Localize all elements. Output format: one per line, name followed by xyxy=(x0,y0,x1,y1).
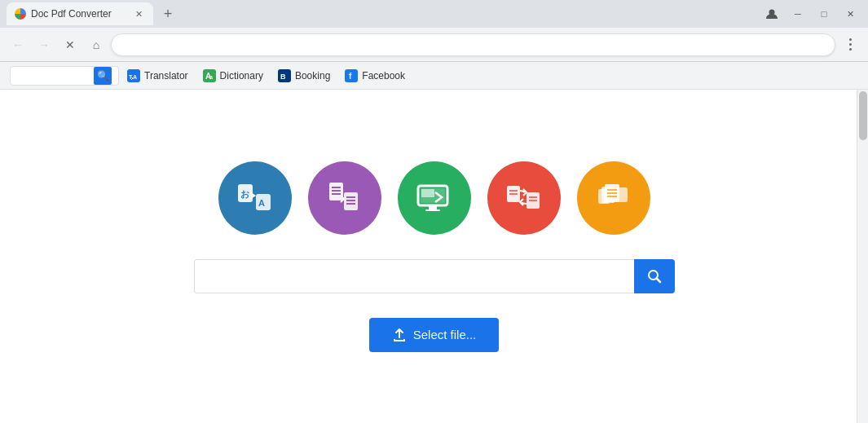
tab-title: Doc Pdf Converter xyxy=(31,8,112,20)
bookmark-booking[interactable]: B Booking xyxy=(271,66,337,86)
bookmark-dictionary[interactable]: A a Dictionary xyxy=(196,66,270,86)
convert-circle-icon[interactable] xyxy=(487,161,561,235)
monitor-circle-icon[interactable] xyxy=(398,161,471,235)
svg-rect-22 xyxy=(425,209,440,211)
reload-button[interactable]: ✕ xyxy=(59,33,82,56)
svg-text:お: お xyxy=(240,189,249,199)
forward-button[interactable]: → xyxy=(33,33,55,56)
svg-text:a: a xyxy=(209,74,213,80)
booking-favicon: B xyxy=(278,69,291,82)
svg-text:A: A xyxy=(133,74,137,80)
svg-text:f: f xyxy=(349,72,352,81)
svg-rect-21 xyxy=(429,206,437,209)
document-circle-icon[interactable] xyxy=(308,161,381,235)
main-search-input[interactable] xyxy=(194,259,634,293)
browser-tab[interactable]: Doc Pdf Converter ✕ xyxy=(7,2,153,25)
menu-dot-3 xyxy=(849,48,852,51)
tab-favicon xyxy=(15,8,26,20)
minimize-button[interactable]: ─ xyxy=(786,2,809,25)
svg-text:A: A xyxy=(258,198,265,208)
bookmark-dictionary-label: Dictionary xyxy=(220,70,263,82)
bookmark-translator-label: Translator xyxy=(144,70,188,82)
home-button[interactable]: ⌂ xyxy=(85,33,108,56)
main-search-button[interactable] xyxy=(634,259,675,293)
select-file-button[interactable]: Select file... xyxy=(369,318,500,352)
app-icons-row: お A xyxy=(218,161,650,235)
translator-favicon: T A xyxy=(127,69,140,82)
svg-line-38 xyxy=(656,278,660,282)
profile-icon[interactable] xyxy=(760,2,783,25)
bookmark-facebook[interactable]: f Facebook xyxy=(338,66,412,86)
tab-close-btn[interactable]: ✕ xyxy=(132,7,145,20)
close-button[interactable]: ✕ xyxy=(839,2,861,25)
main-search-row xyxy=(194,259,675,293)
scrollbar[interactable] xyxy=(857,90,868,423)
back-button[interactable]: ← xyxy=(7,33,29,56)
menu-dot-1 xyxy=(849,38,852,41)
chrome-menu-button[interactable] xyxy=(839,33,861,56)
new-tab-button[interactable]: + xyxy=(156,2,179,25)
bookmark-search-button[interactable]: 🔍 xyxy=(94,67,112,85)
files-circle-icon[interactable] xyxy=(577,161,650,235)
maximize-button[interactable]: □ xyxy=(813,2,835,25)
bookmarks-bar: 🔍 T A Translator A a Dictionary B Bo xyxy=(0,62,868,90)
svg-rect-23 xyxy=(421,189,434,197)
title-bar: Doc Pdf Converter ✕ + ─ □ ✕ xyxy=(0,0,868,28)
select-file-label: Select file... xyxy=(413,328,477,341)
facebook-favicon: f xyxy=(345,69,358,82)
bookmark-translator[interactable]: T A Translator xyxy=(121,66,195,86)
menu-dot-2 xyxy=(849,43,852,46)
bookmark-search[interactable]: 🔍 xyxy=(10,66,119,86)
bookmark-search-input[interactable] xyxy=(17,70,90,82)
svg-text:B: B xyxy=(280,73,286,81)
window-controls: ─ □ ✕ xyxy=(760,2,861,25)
main-content: お A xyxy=(0,90,868,423)
address-bar[interactable] xyxy=(111,33,835,56)
translator-circle-icon[interactable]: お A xyxy=(218,161,292,235)
navigation-toolbar: ← → ✕ ⌂ xyxy=(0,28,868,62)
bookmark-booking-label: Booking xyxy=(295,70,330,82)
scrollbar-thumb[interactable] xyxy=(859,91,867,140)
bookmark-facebook-label: Facebook xyxy=(362,70,405,82)
dictionary-favicon: A a xyxy=(203,69,216,82)
